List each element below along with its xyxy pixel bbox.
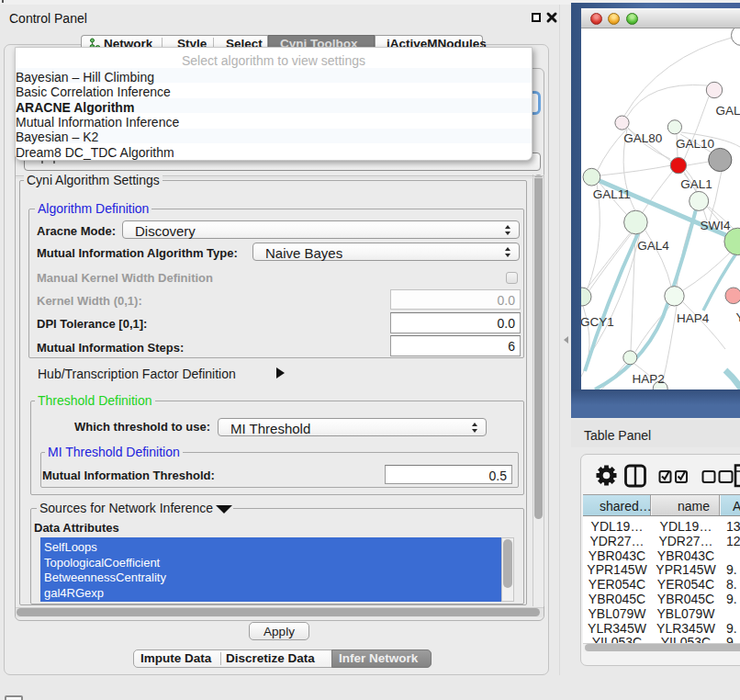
svg-text:SWI4: SWI4 <box>701 219 731 232</box>
svg-text:HAP4: HAP4 <box>677 311 710 325</box>
svg-text:GAL: GAL <box>716 104 740 118</box>
svg-text:GAL4: GAL4 <box>637 239 669 253</box>
svg-text:GCY1: GCY1 <box>581 315 614 329</box>
svg-text:GAL1: GAL1 <box>680 177 712 191</box>
svg-text:Y: Y <box>735 310 740 324</box>
svg-text:GAL10: GAL10 <box>676 137 714 151</box>
svg-text:GAL11: GAL11 <box>593 187 631 201</box>
svg-text:HAP2: HAP2 <box>632 372 664 386</box>
svg-text:GAL80: GAL80 <box>623 131 662 145</box>
